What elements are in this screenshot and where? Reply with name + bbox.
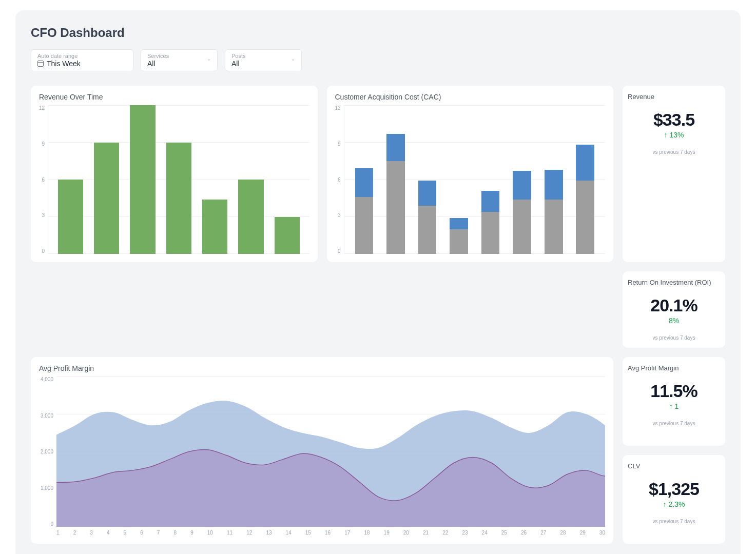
dashboard-root: CFO Dashboard Auto date range This Week … (15, 10, 741, 554)
y-tick: 9 (39, 141, 45, 147)
y-axis: 4,000 3,000 2,000 1,000 0 (39, 377, 56, 527)
bar[interactable] (58, 105, 83, 254)
stacked-bar[interactable] (418, 105, 437, 254)
x-tick: 3 (90, 530, 93, 536)
stacked-bar[interactable] (450, 105, 468, 254)
bar-slot (412, 105, 443, 254)
bar-segment-top (481, 191, 500, 212)
chevron-down-icon (290, 56, 296, 65)
bar-segment (202, 200, 227, 254)
kpi-delta: 1 (628, 402, 720, 410)
dashboard-grid: Revenue Over Time 12 9 6 3 0 Customer Ac… (31, 86, 725, 544)
bar-segment (94, 143, 119, 254)
y-axis: 12 9 6 3 0 (39, 105, 48, 254)
kpi-delta: 13% (628, 131, 720, 139)
filter-services[interactable]: Services All (141, 49, 218, 71)
bar-segment (58, 180, 83, 254)
x-tick: 23 (462, 530, 468, 536)
x-tick: 6 (140, 530, 143, 536)
x-tick: 12 (246, 530, 252, 536)
x-tick: 2 (73, 530, 76, 536)
y-tick: 9 (335, 141, 341, 147)
y-tick: 3,000 (39, 413, 53, 419)
card-avg-profit-margin-chart: Avg Profit Margin 4,000 3,000 2,000 1,00… (31, 357, 613, 544)
kpi-delta: 8% (628, 316, 720, 325)
bar[interactable] (275, 105, 300, 254)
chart-title: Avg Profit Margin (39, 364, 605, 372)
filter-label: Services (147, 53, 211, 59)
avg-profit-margin-chart: 4,000 3,000 2,000 1,000 0 12345678910111… (39, 377, 605, 536)
filter-label: Auto date range (37, 53, 127, 59)
y-tick: 3 (335, 212, 341, 218)
x-tick: 19 (384, 530, 390, 536)
x-tick: 26 (521, 530, 527, 536)
chart-title: Customer Acquisition Cost (CAC) (335, 93, 606, 101)
filter-label: Posts (231, 53, 295, 59)
bar-slot (125, 105, 161, 254)
y-tick: 0 (39, 248, 45, 254)
filter-value: All (231, 60, 295, 68)
kpi-title: Return On Investment (ROI) (628, 279, 720, 286)
filter-date-text: This Week (47, 60, 81, 68)
bar-segment-base (513, 200, 531, 254)
bar-segment (275, 217, 300, 254)
area-svg (56, 377, 605, 527)
stacked-bar[interactable] (545, 105, 563, 254)
kpi-clv: CLV $1,325 2.3% vs previous 7 days (623, 455, 725, 544)
bar-slot (538, 105, 570, 254)
stacked-bar[interactable] (355, 105, 374, 254)
x-tick: 14 (286, 530, 292, 536)
x-tick: 5 (124, 530, 127, 536)
kpi-value: $1,325 (628, 479, 720, 499)
bar-segment-base (481, 212, 500, 254)
y-tick: 0 (39, 521, 53, 527)
bar-segment-base (355, 197, 374, 254)
kpi-title: CLV (628, 462, 720, 470)
stacked-bar[interactable] (576, 105, 594, 254)
bar-segment-top (386, 134, 405, 161)
x-tick: 8 (173, 530, 177, 536)
calendar-icon (37, 61, 44, 67)
stacked-bar[interactable] (481, 105, 500, 254)
x-tick: 4 (107, 530, 110, 536)
kpi-avg-profit-margin: Avg Profit Margin 11.5% 1 vs previous 7 … (623, 357, 725, 446)
kpi-title: Avg Profit Margin (628, 364, 720, 372)
x-tick: 30 (599, 530, 605, 536)
filter-posts[interactable]: Posts All (225, 49, 302, 71)
bar[interactable] (130, 105, 155, 254)
kpi-title: Revenue (628, 93, 720, 101)
x-tick: 21 (423, 530, 429, 536)
x-tick: 22 (442, 530, 448, 536)
y-tick: 6 (39, 177, 45, 183)
x-tick: 10 (207, 530, 213, 536)
bar[interactable] (202, 105, 227, 254)
bar-segment (166, 143, 191, 254)
card-cac: Customer Acquisition Cost (CAC) 12 9 6 3… (327, 86, 614, 262)
x-tick: 28 (560, 530, 566, 536)
y-tick: 12 (39, 105, 45, 111)
x-tick: 7 (157, 530, 160, 536)
plot-area (48, 105, 309, 254)
filter-date-range[interactable]: Auto date range This Week (31, 49, 133, 71)
x-tick: 13 (266, 530, 272, 536)
bar-segment-top (513, 171, 531, 200)
bar-segment (238, 180, 263, 254)
bar-segment-base (576, 181, 594, 254)
plot-area (344, 105, 605, 254)
y-tick: 0 (335, 248, 341, 254)
chevron-down-icon (206, 56, 212, 65)
bar[interactable] (166, 105, 191, 254)
bar-slot (380, 105, 412, 254)
x-tick: 18 (364, 530, 370, 536)
bar[interactable] (238, 105, 263, 254)
kpi-value: 11.5% (628, 381, 720, 401)
bars (48, 105, 309, 254)
kpi-value: 20.1% (628, 295, 720, 315)
bar-segment-top (418, 181, 437, 205)
stacked-bar[interactable] (386, 105, 405, 254)
page-title: CFO Dashboard (31, 26, 725, 40)
x-tick: 16 (325, 530, 331, 536)
bar[interactable] (94, 105, 119, 254)
stacked-bar[interactable] (513, 105, 531, 254)
x-tick: 27 (540, 530, 546, 536)
